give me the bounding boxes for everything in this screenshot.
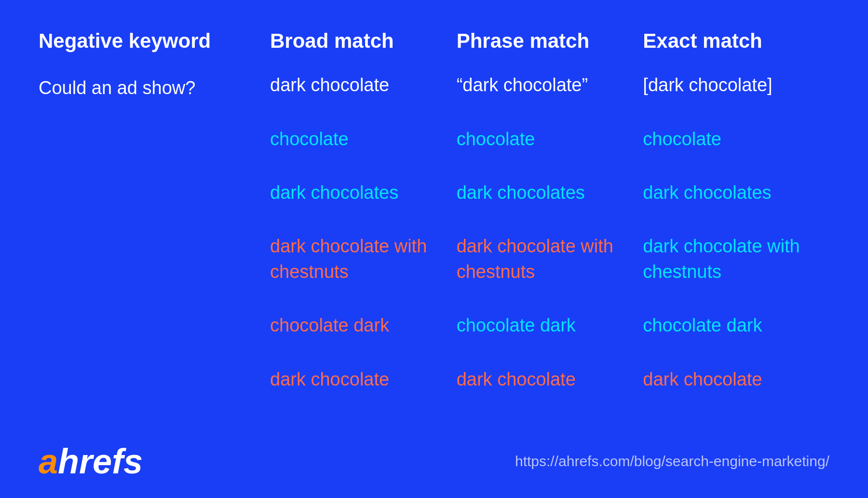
broad-match-column: Broad match dark chocolate chocolate dar… (270, 29, 457, 429)
phrase-match-row-3: dark chocolates (457, 180, 643, 206)
table-area: Negative keyword Could an ad show? Broad… (39, 29, 829, 429)
phrase-match-row-5: chocolate dark (457, 313, 643, 338)
phrase-match-header: Phrase match (457, 29, 643, 53)
footer-url: https://ahrefs.com/blog/search-engine-ma… (515, 453, 829, 470)
broad-match-row-1: dark chocolate (270, 72, 457, 98)
broad-match-row-4: dark chocolate with chestnuts (270, 234, 457, 285)
phrase-match-row-4: dark chocolate with chestnuts (457, 234, 643, 285)
negative-keyword-header: Negative keyword (39, 29, 270, 53)
exact-match-row-5: chocolate dark (643, 313, 829, 338)
phrase-match-data: “dark chocolate” chocolate dark chocolat… (457, 72, 643, 406)
phrase-match-row-2: chocolate (457, 126, 643, 152)
exact-match-data: [dark chocolate] chocolate dark chocolat… (643, 72, 829, 406)
broad-match-data: dark chocolate chocolate dark chocolates… (270, 72, 457, 406)
phrase-match-row-1: “dark chocolate” (457, 72, 643, 98)
logo-a: a (39, 444, 58, 479)
broad-match-row-5: chocolate dark (270, 313, 457, 338)
broad-match-header: Broad match (270, 29, 457, 53)
broad-match-row-6: dark chocolate (270, 367, 457, 392)
broad-match-row-2: chocolate (270, 126, 457, 152)
phrase-match-column: Phrase match “dark chocolate” chocolate … (457, 29, 643, 429)
footer: a hrefs https://ahrefs.com/blog/search-e… (39, 434, 829, 479)
exact-match-header: Exact match (643, 29, 829, 53)
exact-match-row-1: [dark chocolate] (643, 72, 829, 98)
phrase-match-row-6: dark chocolate (457, 367, 643, 392)
logo-hrefs: hrefs (58, 444, 143, 479)
negative-keyword-column: Negative keyword Could an ad show? (39, 29, 270, 429)
logo-container: a hrefs (39, 444, 143, 479)
exact-match-row-3: dark chocolates (643, 180, 829, 206)
exact-match-row-4: dark chocolate with chestnuts (643, 234, 829, 285)
main-container: Negative keyword Could an ad show? Broad… (0, 0, 868, 498)
exact-match-column: Exact match [dark chocolate] chocolate d… (643, 29, 829, 429)
exact-match-row-6: dark chocolate (643, 367, 829, 392)
exact-match-row-2: chocolate (643, 126, 829, 152)
negative-keyword-row-label: Could an ad show? (39, 76, 270, 100)
broad-match-row-3: dark chocolates (270, 180, 457, 206)
